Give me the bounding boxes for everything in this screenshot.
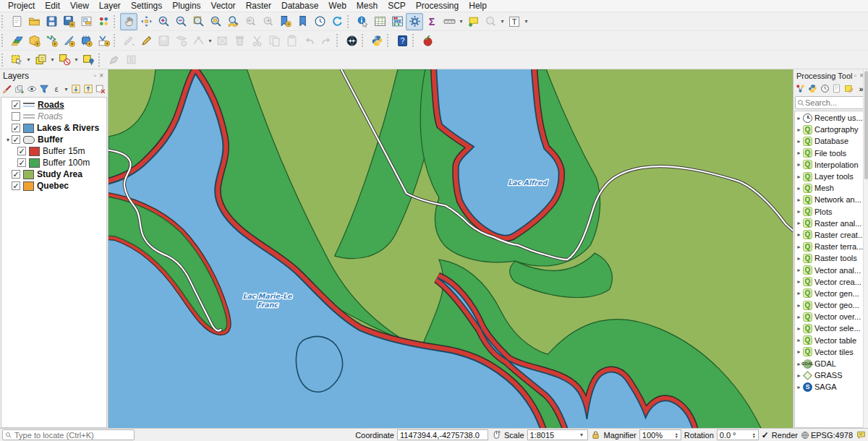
options-button[interactable] (843, 83, 854, 95)
processing-item-vector-table[interactable]: ▸QVector table (795, 335, 867, 346)
select-features-button[interactable] (8, 51, 25, 69)
zoom-in-button[interactable] (155, 13, 172, 30)
layer-item-roads[interactable]: ✓ Roads (1, 99, 106, 111)
chevron-right-icon[interactable]: ▸ (796, 372, 802, 379)
chevron-down-icon[interactable]: ▾ (4, 137, 12, 143)
filter-expression-dropdown[interactable]: ▾ (63, 80, 69, 98)
layer-checkbox[interactable]: ✓ (12, 170, 20, 179)
python-scripts-button[interactable] (807, 83, 818, 95)
processing-item-recently-used[interactable]: ▸Recently us... (795, 112, 867, 124)
panel-close-icon[interactable]: × (98, 72, 105, 80)
menu-scp[interactable]: SCP (383, 0, 411, 12)
scale-combo[interactable]: 1:8015▾ (527, 429, 588, 440)
scp-plugin-button[interactable] (419, 32, 436, 49)
processing-item-vector-creation[interactable]: ▸QVector crea... (795, 276, 867, 288)
chevron-right-icon[interactable]: ▸ (796, 197, 802, 203)
toolbar-grip[interactable] (347, 15, 352, 28)
toolbar-grip[interactable] (114, 15, 119, 28)
magnifier-spinbox[interactable]: 100%▲▼ (639, 429, 681, 440)
nominatim-dropdown[interactable]: ▾ (499, 13, 506, 30)
processing-toolbox-button[interactable] (406, 13, 423, 30)
zoom-next-button[interactable] (259, 13, 276, 30)
collapse-all-button[interactable] (82, 83, 94, 95)
processing-item-vector-geometry[interactable]: ▸QVector geo... (795, 299, 867, 311)
cut-features-button[interactable] (248, 32, 265, 49)
layer-group-buffer[interactable]: ▾ ✓ Buffer (1, 134, 106, 145)
pan-map-button[interactable] (120, 13, 137, 30)
filter-legend-icon[interactable] (38, 83, 50, 95)
layer-item-buffer-15m[interactable]: ✓ Buffer 15m (1, 145, 106, 157)
processing-scrollbar[interactable] (863, 69, 868, 428)
processing-item-saga[interactable]: ▸SSAGA (795, 381, 867, 393)
processing-history-button[interactable] (105, 51, 122, 69)
chevron-right-icon[interactable]: ▸ (796, 150, 802, 156)
show-bookmarks-button[interactable] (294, 13, 311, 30)
menu-vector[interactable]: Vector (206, 0, 241, 12)
messages-icon[interactable] (856, 430, 866, 440)
copy-features-button[interactable] (265, 32, 283, 49)
vertex-tool-button[interactable] (190, 32, 207, 49)
rotation-spinbox[interactable]: 0.0 °▲▼ (717, 429, 759, 440)
open-attribute-table-button[interactable] (371, 13, 388, 30)
chevron-right-icon[interactable]: ▸ (796, 384, 802, 390)
chevron-right-icon[interactable]: ▸ (796, 208, 802, 215)
text-annotation-button[interactable]: T (506, 13, 523, 30)
new-project-button[interactable] (8, 13, 25, 30)
select-features-dropdown[interactable]: ▾ (25, 51, 32, 69)
processing-item-raster-terrain[interactable]: ▸QRaster terra... (795, 241, 867, 252)
crs-status[interactable]: EPSG:4978 (801, 431, 853, 440)
save-edits-button[interactable] (155, 32, 172, 49)
deselect-features-dropdown[interactable]: ▾ (73, 51, 80, 69)
zoom-full-button[interactable] (190, 13, 207, 30)
processing-item-layer-tools[interactable]: ▸QLayer tools (795, 171, 867, 182)
processing-item-plots[interactable]: ▸QPlots (795, 206, 867, 218)
text-annotation-dropdown[interactable]: ▾ (523, 13, 529, 30)
processing-item-gdal[interactable]: ▸GDALGDAL (795, 358, 867, 369)
chevron-right-icon[interactable]: ▸ (796, 302, 802, 309)
menu-processing[interactable]: Processing (411, 0, 464, 12)
processing-item-vector-general[interactable]: ▸QVector gen... (795, 288, 867, 299)
layer-checkbox[interactable]: ✓ (12, 181, 20, 190)
toolbar-grip[interactable] (1, 15, 7, 28)
save-project-button[interactable] (43, 13, 60, 30)
open-project-button[interactable] (25, 13, 43, 30)
new-virtual-layer-button[interactable] (95, 32, 112, 49)
processing-item-vector-selection[interactable]: ▸QVector sele... (795, 322, 867, 334)
chevron-right-icon[interactable]: ▸ (796, 290, 802, 296)
results-viewer-button[interactable] (831, 83, 842, 95)
style-manager-button[interactable] (95, 13, 112, 30)
processing-item-network-analysis[interactable]: ▸QNetwork an... (795, 194, 867, 205)
processing-item-file-tools[interactable]: ▸QFile tools (795, 147, 867, 159)
filter-by-expression-button[interactable]: ε (51, 83, 62, 95)
help-contents-button[interactable]: ? (393, 32, 411, 49)
menu-database[interactable]: Database (276, 0, 323, 12)
spin-arrows-icon[interactable]: ▲▼ (675, 432, 678, 438)
select-by-location-button[interactable] (80, 51, 97, 69)
processing-search[interactable] (795, 96, 866, 109)
chevron-right-icon[interactable]: ▸ (796, 231, 802, 238)
layer-item-quebec[interactable]: ✓ Quebec (1, 180, 106, 192)
history-button[interactable] (820, 83, 830, 95)
processing-item-database[interactable]: ▸QDatabase (795, 135, 867, 147)
zoom-to-selection-button[interactable] (207, 13, 224, 30)
statistical-summary-button[interactable] (388, 13, 406, 30)
edit-in-place-button[interactable] (122, 51, 140, 69)
pan-to-selection-button[interactable] (137, 13, 155, 30)
vertex-tool-dropdown[interactable]: ▾ (207, 32, 213, 49)
chevron-right-icon[interactable]: ▸ (796, 325, 802, 332)
identify-features-button[interactable] (354, 13, 371, 30)
chevron-right-icon[interactable]: ▸ (796, 127, 802, 133)
locator-search[interactable] (2, 429, 135, 440)
modify-attributes-button[interactable] (213, 32, 231, 49)
layer-checkbox[interactable]: ✓ (17, 158, 26, 167)
add-group-button[interactable] (14, 83, 25, 95)
toggle-editing-button[interactable] (137, 32, 155, 49)
layer-item-study-area[interactable]: ✓ Study Area (1, 168, 106, 180)
coordinate-value[interactable]: 1147394.4,-4275738.0 (397, 429, 488, 440)
current-edits-button[interactable] (120, 32, 137, 49)
chevron-right-icon[interactable]: ▸ (796, 220, 802, 226)
measure-dropdown[interactable]: ▾ (458, 13, 464, 30)
select-by-form-dropdown[interactable]: ▾ (49, 51, 56, 69)
sum-features-button[interactable]: Σ (423, 13, 441, 30)
search-input[interactable] (805, 98, 864, 107)
